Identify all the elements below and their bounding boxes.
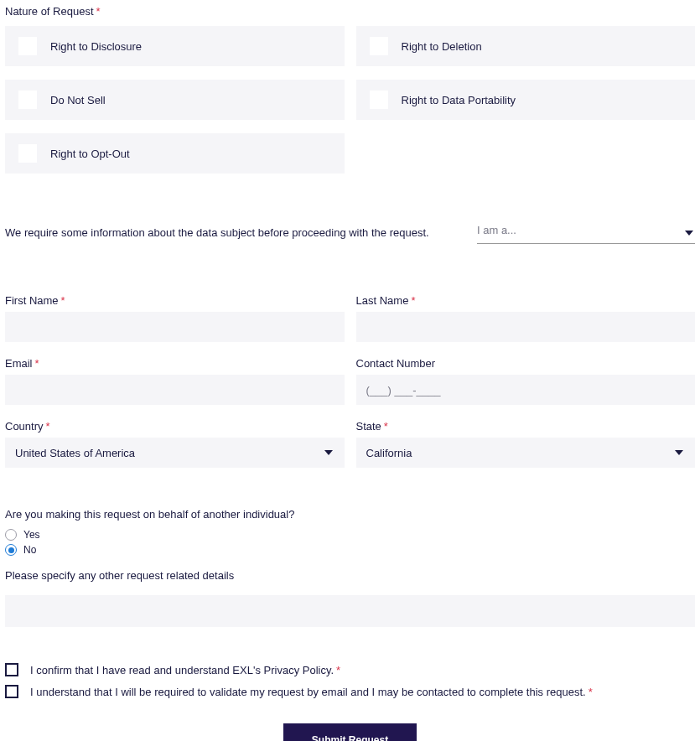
- last-name-input[interactable]: [356, 312, 696, 342]
- state-label: State*: [356, 420, 696, 433]
- nature-of-request-label: Nature of Request*: [5, 5, 695, 18]
- option-label: Right to Opt-Out: [50, 148, 130, 160]
- country-label: Country*: [5, 420, 345, 433]
- radio-yes[interactable]: Yes: [5, 529, 695, 541]
- option-label: Right to Disclosure: [50, 40, 142, 53]
- checkbox-icon: [18, 91, 37, 109]
- contact-number-input[interactable]: [356, 375, 696, 405]
- i-am-a-select[interactable]: I am a...: [477, 220, 695, 244]
- radio-dot-icon: [8, 547, 14, 553]
- radio-icon: [5, 544, 17, 556]
- contact-number-label: Contact Number: [356, 357, 696, 370]
- state-select[interactable]: California: [356, 438, 696, 468]
- email-label: Email*: [5, 357, 345, 370]
- email-input[interactable]: [5, 375, 345, 405]
- option-right-to-opt-out[interactable]: Right to Opt-Out: [5, 133, 345, 174]
- i-am-a-label: I am a...: [477, 224, 516, 236]
- country-value: United States of America: [15, 447, 135, 459]
- chevron-down-icon: [675, 450, 683, 455]
- checkbox-icon: [18, 37, 37, 55]
- radio-no[interactable]: No: [5, 544, 695, 556]
- confirm-validate-text: I understand that I will be required to …: [30, 686, 593, 698]
- checkbox-icon: [370, 91, 388, 109]
- option-right-to-deletion[interactable]: Right to Deletion: [356, 26, 696, 66]
- option-right-to-data-portability[interactable]: Right to Data Portability: [356, 80, 696, 120]
- country-select[interactable]: United States of America: [5, 438, 345, 468]
- option-right-to-disclosure[interactable]: Right to Disclosure: [5, 26, 345, 66]
- submit-button[interactable]: Submit Request: [283, 723, 417, 741]
- details-label: Please specify any other request related…: [5, 569, 695, 582]
- last-name-label: Last Name*: [356, 294, 696, 307]
- checkbox-icon: [370, 37, 388, 55]
- checkbox-icon: [18, 144, 37, 163]
- radio-yes-label: Yes: [23, 529, 40, 541]
- first-name-input[interactable]: [5, 312, 345, 342]
- behalf-question: Are you making this request on behalf of…: [5, 508, 695, 521]
- radio-no-label: No: [23, 544, 36, 556]
- chevron-down-icon: [324, 450, 333, 455]
- first-name-label: First Name*: [5, 294, 345, 307]
- confirm-privacy-text: I confirm that I have read and understan…: [30, 664, 340, 676]
- radio-icon: [5, 529, 17, 541]
- info-text: We require some information about the da…: [5, 226, 460, 239]
- details-textarea[interactable]: [5, 595, 695, 627]
- option-label: Right to Data Portability: [402, 94, 516, 106]
- state-value: California: [366, 447, 412, 459]
- option-do-not-sell[interactable]: Do Not Sell: [5, 80, 345, 120]
- confirm-validate-checkbox[interactable]: [5, 685, 18, 698]
- chevron-down-icon: [685, 231, 693, 236]
- option-label: Do Not Sell: [50, 94, 106, 106]
- confirm-privacy-checkbox[interactable]: [5, 663, 18, 676]
- option-label: Right to Deletion: [402, 40, 482, 53]
